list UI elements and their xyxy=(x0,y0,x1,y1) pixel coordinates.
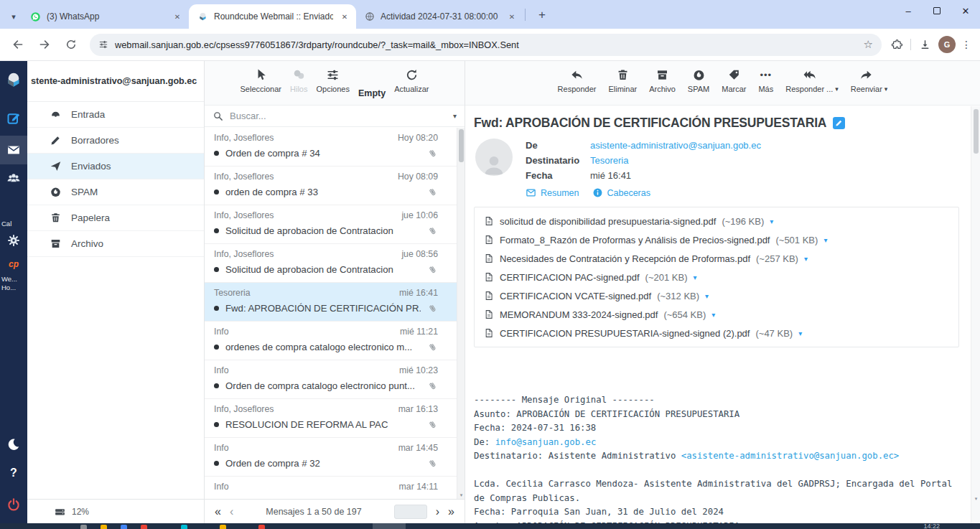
summary-link[interactable]: Resumen xyxy=(526,187,579,198)
delete-button[interactable]: Eliminar xyxy=(608,68,637,105)
taskbar-app-icon[interactable] xyxy=(121,525,127,529)
attachment-chip[interactable]: MEMORANDUM 333-2024-signed.pdf (~654 KB)… xyxy=(484,305,949,324)
scrollbar-thumb[interactable] xyxy=(459,129,464,162)
folder-spam[interactable]: SPAM xyxy=(27,179,204,205)
message-list-item[interactable]: Tesoreria mié 16:41 Fwd: APROBACIÓN DE C… xyxy=(205,283,457,322)
mail-nav-button[interactable] xyxy=(0,136,27,164)
unread-dot[interactable] xyxy=(214,189,219,195)
attachment-name[interactable]: CERTIFICACION PAC-signed.pdf xyxy=(500,272,640,283)
list-scrollbar[interactable]: ▾ xyxy=(457,128,465,499)
message-list-item[interactable]: Info, Joseflores jue 10:06 Solicitud de … xyxy=(205,205,457,244)
taskbar-app-icon[interactable] xyxy=(80,525,87,529)
maximize-button[interactable] xyxy=(923,0,951,22)
bookmark-star-icon[interactable]: ☆ xyxy=(864,38,873,51)
roundcube-logo[interactable] xyxy=(0,70,27,90)
attachment-menu-caret[interactable]: ▾ xyxy=(798,329,802,337)
more-button[interactable]: •••Más xyxy=(758,68,773,105)
attachment-chip[interactable]: CERTIFICACION VCATE-signed.pdf (~312 KB)… xyxy=(484,286,709,305)
message-list-item[interactable]: Info, Joseflores Hoy 08:20 Orden de comp… xyxy=(205,128,457,167)
address-bar[interactable]: webmail.sanjuan.gob.ec/cpsess9776051867/… xyxy=(90,34,882,56)
reload-button[interactable] xyxy=(62,36,80,53)
browser-menu-button[interactable]: ⋮ xyxy=(960,39,973,50)
tab-whatsapp[interactable]: (3) WhatsApp ✕ xyxy=(22,4,189,29)
attachment-name[interactable]: MEMORANDUM 333-2024-signed.pdf xyxy=(500,309,658,320)
folder-enviados[interactable]: Enviados xyxy=(27,154,204,179)
next-page-button[interactable]: › xyxy=(436,506,439,518)
profile-avatar[interactable]: G xyxy=(938,36,956,53)
attachment-name[interactable]: CERTIFICACION PRESUPUESTARIA-signed-sign… xyxy=(500,328,750,339)
extensions-button[interactable] xyxy=(887,35,906,54)
forward-caret[interactable]: ▾ xyxy=(885,85,888,93)
spam-button[interactable]: SPAM xyxy=(688,68,709,105)
body-email-link[interactable]: info@sanjuan.gob.ec xyxy=(495,437,597,447)
tab-roundcube[interactable]: Roundcube Webmail :: Enviado: ✕ xyxy=(189,4,356,29)
unread-dot[interactable] xyxy=(214,383,219,388)
reply-button[interactable]: Responder xyxy=(558,68,597,105)
cpanel-button[interactable]: cp xyxy=(0,259,27,269)
new-tab-button[interactable]: + xyxy=(533,8,551,22)
message-list-item[interactable]: Info mié 10:23 Orden de compra catalogo … xyxy=(205,360,457,399)
unread-dot[interactable] xyxy=(214,267,219,272)
folder-archivo[interactable]: Archivo xyxy=(27,231,204,257)
logout-button[interactable] xyxy=(0,497,27,512)
help-button[interactable]: ? xyxy=(0,467,27,479)
select-button[interactable]: Seleccionar xyxy=(241,68,281,105)
threads-button[interactable]: Hilos xyxy=(290,68,307,105)
tab-close-icon[interactable]: ✕ xyxy=(172,11,183,22)
message-list-item[interactable]: Info, Joseflores mar 16:13 RESOLUCION DE… xyxy=(205,399,457,438)
headers-link[interactable]: Cabeceras xyxy=(592,187,650,198)
attachment-chip[interactable]: Formato_8_Razón de Proformas y Análisis … xyxy=(484,230,949,249)
reply-all-button[interactable]: Responder ... xyxy=(785,68,833,93)
unread-dot[interactable] xyxy=(214,228,219,233)
webmail-home-button[interactable]: We... xyxy=(0,275,27,283)
attachment-chip[interactable]: CERTIFICACION PAC-signed.pdf (~201 KB) ▾ xyxy=(484,268,697,286)
taskbar-app-icon[interactable] xyxy=(220,525,226,529)
settings-nav-button[interactable] xyxy=(0,233,27,248)
reading-scrollbar[interactable]: ▾ xyxy=(971,106,980,523)
mark-button[interactable]: Marcar xyxy=(722,68,746,105)
message-list-item[interactable]: Info mar 14:45 Orden de compra # 32 xyxy=(205,438,457,477)
message-list-item[interactable]: Info mar 14:11 xyxy=(205,477,457,499)
back-button[interactable] xyxy=(9,36,27,53)
unread-dot[interactable] xyxy=(214,151,219,156)
tab-search-button[interactable]: ▾ xyxy=(6,12,22,22)
attachment-menu-caret[interactable]: ▾ xyxy=(711,311,715,319)
attachment-chip[interactable]: CERTIFICACION PRESUPUESTARIA-signed-sign… xyxy=(484,324,949,342)
last-page-button[interactable]: » xyxy=(448,506,454,518)
refresh-button[interactable]: Actualizar xyxy=(394,68,429,105)
folder-papelera[interactable]: Papelera xyxy=(27,205,204,231)
attachment-menu-caret[interactable]: ▾ xyxy=(823,236,827,244)
to-address[interactable]: Tesoreria xyxy=(590,155,628,166)
message-list-item[interactable]: Info, Joseflores Hoy 08:09 orden de comp… xyxy=(205,167,457,205)
prev-page-button[interactable]: ‹ xyxy=(230,506,233,518)
taskbar-app-icon[interactable] xyxy=(258,525,265,529)
archive-button[interactable]: Archivo xyxy=(649,68,676,105)
message-list-item[interactable]: Info mié 11:21 ordenes de compra catalog… xyxy=(205,322,457,360)
url-text[interactable]: webmail.sanjuan.gob.ec/cpsess9776051867/… xyxy=(115,39,857,50)
compose-button[interactable] xyxy=(0,111,27,126)
body-email-link[interactable]: <asistente-administrativo@sanjuan.gob.ec… xyxy=(681,451,900,461)
from-address[interactable]: asistente-administrativo@sanjuan.gob.ec xyxy=(590,140,761,151)
folder-borradores[interactable]: Borradores xyxy=(27,128,204,154)
contacts-nav-button[interactable] xyxy=(0,171,27,185)
first-page-button[interactable]: « xyxy=(215,506,221,518)
close-window-button[interactable]: ✕ xyxy=(951,0,980,22)
taskbar-app-icon[interactable] xyxy=(181,525,187,529)
attachment-menu-caret[interactable]: ▾ xyxy=(770,217,773,225)
account-email[interactable]: stente-administrativo@sanjuan.gob.ec xyxy=(27,61,204,102)
dark-mode-toggle[interactable] xyxy=(0,437,27,451)
edit-subject-icon[interactable] xyxy=(833,117,845,129)
attachment-chip[interactable]: Necesidades de Contratación y Recepción … xyxy=(484,249,949,268)
attachment-name[interactable]: CERTIFICACION VCATE-signed.pdf xyxy=(500,291,651,301)
taskbar-app-icon[interactable] xyxy=(101,525,107,529)
options-button[interactable]: Opciones xyxy=(316,68,349,105)
downloads-button[interactable] xyxy=(915,35,934,54)
page-number-input[interactable] xyxy=(394,505,427,519)
tab-close-icon[interactable]: ✕ xyxy=(339,11,350,22)
attachment-name[interactable]: Necesidades de Contratación y Recepción … xyxy=(500,253,750,264)
scroll-down-arrow[interactable]: ▾ xyxy=(457,492,465,498)
minimize-button[interactable]: – xyxy=(894,0,923,22)
attachment-menu-caret[interactable]: ▾ xyxy=(804,255,808,263)
tab-close-icon[interactable]: ✕ xyxy=(506,11,518,22)
webmail-home-label2[interactable]: Ho... xyxy=(0,284,27,291)
